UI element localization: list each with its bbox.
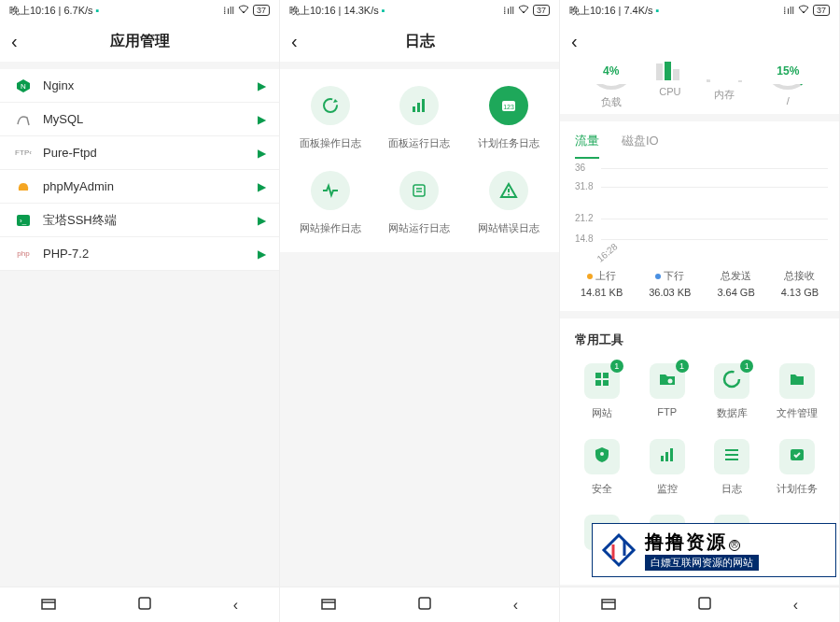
nav-back[interactable]: ‹ [793,597,798,614]
battery-icon: 37 [253,5,270,16]
svg-point-21 [508,194,510,196]
app-label: phpMyAdmin [43,179,258,193]
gauges-row: 4% 负载 CPU 内存 15% / [560,62,839,114]
back-button[interactable]: ‹ [571,31,578,52]
status-time: 晚上10:16 [569,4,616,18]
log-site-error[interactable]: 网站错误日志 [464,171,553,235]
pulse-icon [311,171,350,210]
log-panel-ops[interactable]: 面板操作日志 [286,86,375,150]
play-icon: ▶ [258,79,266,92]
tab-traffic[interactable]: 流量 [575,133,599,159]
svg-text:N: N [21,82,26,91]
warn-icon [489,171,528,210]
bars-icon [399,86,439,125]
svg-text:123: 123 [503,104,514,110]
registered-icon: ® [729,540,740,551]
nav-home[interactable] [418,597,431,614]
refresh-icon [311,86,350,125]
badge: 1 [740,360,753,373]
gauge-disk[interactable]: 15% / [764,62,811,106]
status-bar: 晚上10:16 | 7.4K/s ▪ ⁞ıll 37 [560,0,839,21]
section-title: 常用工具 [560,318,839,358]
android-nav-bar: ‹ [0,587,279,622]
legend-total-sent: 总发送 3.64 GB [717,269,754,298]
app-item-php[interactable]: php PHP-7.2 ▶ [0,237,279,271]
log-site-ops[interactable]: 网站操作日志 [286,171,375,235]
gauge-label: 内存 [714,88,735,102]
gauge-label: 负载 [601,95,622,109]
brand-tagline: 白嫖互联网资源的网站 [645,555,759,571]
battery-icon: 37 [533,5,550,16]
nav-back[interactable]: ‹ [233,597,238,614]
nav-recent[interactable] [601,597,616,614]
tool-monitor[interactable]: 监控 [635,439,700,496]
svg-rect-12 [417,103,420,112]
app-item-nginx[interactable]: N Nginx ▶ [0,69,279,103]
legend-value: 3.64 GB [717,287,754,298]
svg-text:›_: ›_ [20,217,27,225]
tool-label: 数据库 [717,406,748,420]
signal-icon: ⁞ıll [223,5,234,17]
play-icon: ▶ [258,113,266,126]
signal-icon: ⁞ıll [503,5,514,17]
gauge-cpu[interactable]: CPU [656,62,684,97]
gauge-load[interactable]: 4% 负载 [588,62,635,109]
app-item-phpmyadmin[interactable]: phpMyAdmin ▶ [0,170,279,204]
svg-rect-11 [413,106,415,112]
svg-rect-5 [42,600,55,609]
php-icon: php [13,249,34,258]
log-cron[interactable]: 123 计划任务日志 [464,86,553,150]
tool-ftp[interactable]: 1 FTP [635,363,700,420]
tool-label: 网站 [592,406,612,420]
log-site-run[interactable]: 网站运行日志 [375,171,465,235]
nav-recent[interactable] [321,597,336,614]
lines-icon [723,448,740,465]
tool-cron[interactable]: 计划任务 [764,439,830,496]
nav-home[interactable] [698,597,711,614]
nav-home[interactable] [138,597,151,614]
tool-logs[interactable]: 日志 [700,439,765,496]
badge: 1 [610,360,623,373]
app-label: PHP-7.2 [43,247,258,261]
signal-icon: ⁞ıll [783,5,794,17]
svg-point-0 [243,11,245,13]
tool-label: 安全 [592,482,612,496]
svg-rect-39 [665,452,668,461]
svg-rect-38 [661,456,664,461]
app-item-ftpd[interactable]: FTP‹ Pure-Ftpd ▶ [0,136,279,170]
legend-value: 4.13 GB [781,287,819,298]
tool-filemgr[interactable]: 文件管理 [764,363,830,420]
status-speed: 14.3K/s [343,5,378,16]
svg-marker-10 [333,99,338,103]
tool-label: 监控 [657,482,678,496]
svg-rect-40 [670,448,673,461]
transfer-icon: ▪ [96,5,100,16]
tool-database[interactable]: 1 数据库 [700,363,765,420]
back-button[interactable]: ‹ [11,31,18,52]
back-button[interactable]: ‹ [291,31,298,52]
status-bar: 晚上10:16 | 6.7K/s ▪ ⁞ıll 37 [0,0,279,21]
app-item-ssh[interactable]: ›_ 宝塔SSH终端 ▶ [0,204,279,237]
gauge-label: CPU [659,86,680,97]
wifi-icon [798,5,809,16]
tool-website[interactable]: 1 网站 [569,363,635,420]
gauge-mem[interactable]: 内存 [706,62,743,102]
app-item-mysql[interactable]: MySQL ▶ [0,103,279,136]
nav-back[interactable]: ‹ [513,597,518,614]
legend-total-recv: 总接收 4.13 GB [781,269,819,298]
log-panel-run[interactable]: 面板运行日志 [375,86,465,150]
svg-rect-24 [419,598,430,609]
nav-recent[interactable] [41,597,56,614]
brand-name: 撸撸资源 [645,531,727,552]
tab-diskio[interactable]: 磁盘IO [622,133,659,159]
svg-point-35 [667,379,672,384]
log-grid: 面板操作日志 面板运行日志 123 计划任务日志 网站操作日志 网站运行日志 网… [280,69,559,252]
svg-point-8 [523,11,525,13]
tool-security[interactable]: 安全 [569,439,635,496]
wifi-icon [238,5,249,16]
panel-app-management: 晚上10:16 | 6.7K/s ▪ ⁞ıll 37 ‹ 应用管理 N Ngin… [0,0,280,622]
app-list: N Nginx ▶ MySQL ▶ FTP‹ Pure-Ftpd ▶ phpMy… [0,69,279,271]
gauge-value: 15% [777,64,799,78]
svg-point-26 [590,84,633,88]
svg-rect-13 [422,99,425,112]
